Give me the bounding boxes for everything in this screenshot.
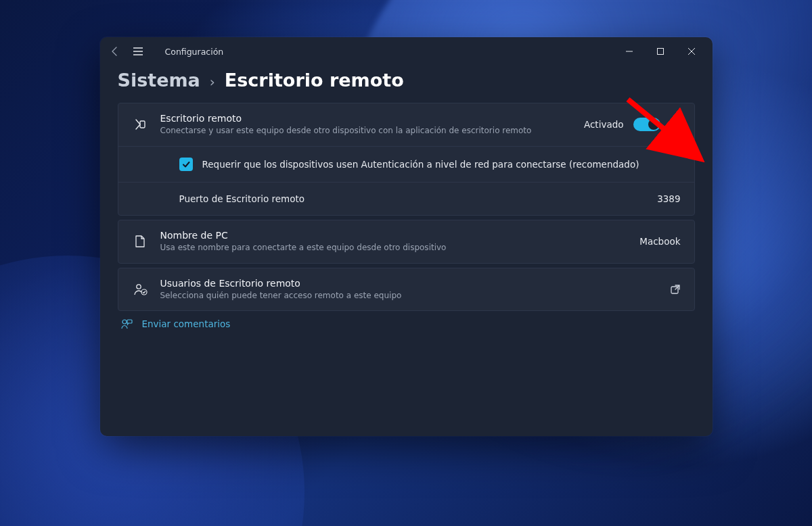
svg-rect-5: [140, 121, 145, 128]
remote-desktop-toggle[interactable]: [633, 118, 660, 131]
remote-desktop-card: Escritorio remoto Conectarse y usar este…: [118, 103, 695, 216]
titlebar: Configuración: [100, 37, 713, 66]
svg-point-6: [136, 285, 140, 289]
pc-name-title: Nombre de PC: [160, 230, 628, 241]
breadcrumb-current: Escritorio remoto: [225, 70, 404, 91]
nla-label: Requerir que los dispositivos usen Auten…: [202, 159, 681, 170]
feedback-label: Enviar comentarios: [142, 318, 231, 329]
feedback-icon: [120, 318, 133, 330]
toggle-knob: [648, 119, 659, 130]
pc-name-subtitle: Usa este nombre para conectarte a este e…: [160, 242, 628, 254]
document-icon: [132, 235, 148, 248]
remote-users-subtitle: Selecciona quién puede tener acceso remo…: [160, 290, 658, 302]
open-external-icon: [670, 284, 681, 295]
chevron-right-icon: ›: [210, 74, 215, 90]
port-row: Puerto de Escritorio remoto 3389: [118, 183, 694, 215]
remote-users-card: Usuarios de Escritorio remoto Selecciona…: [118, 268, 695, 312]
remote-desktop-icon: [132, 118, 148, 131]
maximize-button[interactable]: [645, 41, 676, 62]
port-label: Puerto de Escritorio remoto: [179, 193, 648, 204]
pc-name-card: Nombre de PC Usa este nombre para conect…: [118, 220, 695, 264]
back-button[interactable]: [110, 46, 120, 57]
remote-desktop-toggle-label: Activado: [584, 119, 624, 130]
nla-checkbox[interactable]: [179, 158, 193, 171]
close-button[interactable]: [676, 41, 707, 62]
feedback-link[interactable]: Enviar comentarios: [118, 318, 695, 330]
nla-row[interactable]: Requerir que los dispositivos usen Auten…: [118, 147, 694, 183]
window-title: Configuración: [165, 47, 224, 57]
remote-users-title: Usuarios de Escritorio remoto: [160, 278, 658, 289]
user-check-icon: [132, 283, 148, 296]
settings-window: Configuración Sistema › Escritorio remot…: [100, 37, 713, 436]
minimize-button[interactable]: [614, 41, 645, 62]
remote-desktop-title: Escritorio remoto: [160, 113, 572, 124]
remote-users-row[interactable]: Usuarios de Escritorio remoto Selecciona…: [118, 268, 694, 311]
svg-rect-4: [657, 49, 663, 55]
svg-point-9: [122, 320, 127, 324]
settings-content: Sistema › Escritorio remoto Escritorio r…: [100, 66, 713, 436]
pc-name-row: Nombre de PC Usa este nombre para conect…: [118, 220, 694, 263]
pc-name-value: Macbook: [639, 236, 680, 247]
chevron-up-icon: [670, 119, 681, 130]
remote-desktop-subtitle: Conectarse y usar este equipo desde otro…: [160, 125, 572, 137]
svg-rect-10: [127, 320, 132, 323]
breadcrumb-parent[interactable]: Sistema: [118, 70, 200, 91]
breadcrumb: Sistema › Escritorio remoto: [118, 70, 695, 91]
remote-desktop-expander[interactable]: Escritorio remoto Conectarse y usar este…: [118, 103, 694, 147]
port-value: 3389: [657, 193, 680, 204]
nav-menu-button[interactable]: [133, 46, 143, 57]
